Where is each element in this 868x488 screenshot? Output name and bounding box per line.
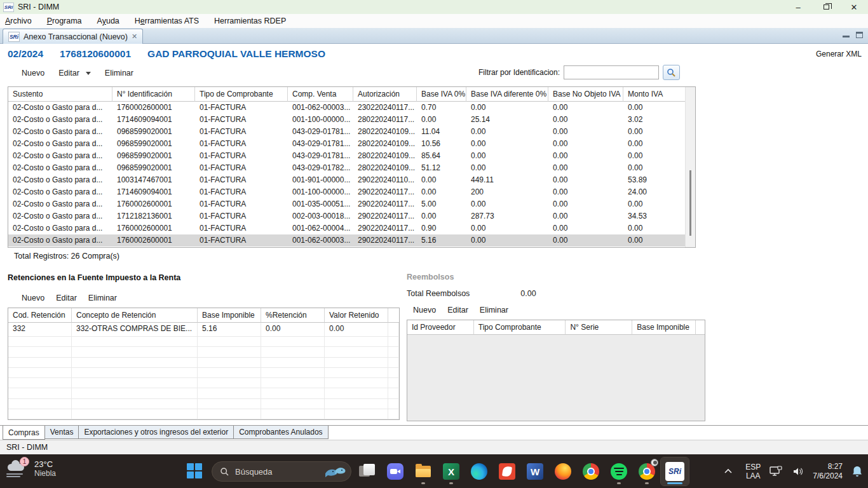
- tab-close-icon[interactable]: ✕: [132, 32, 137, 41]
- restore-icon[interactable]: [812, 0, 840, 14]
- empty-table-row[interactable]: [8, 409, 399, 419]
- zoom-app-icon[interactable]: [381, 458, 409, 485]
- empty-table-row[interactable]: [8, 368, 399, 378]
- column-header[interactable]: Base Imponible: [198, 308, 261, 323]
- taskbar-search[interactable]: Búsqueda: [212, 461, 351, 482]
- view-minimize-icon[interactable]: [843, 32, 850, 37]
- word-icon[interactable]: W: [521, 458, 549, 485]
- empty-table-cell: [8, 337, 72, 347]
- reembolsos-nuevo-button[interactable]: Nuevo: [413, 306, 436, 315]
- menu-item-programa[interactable]: Programa: [47, 17, 82, 25]
- start-button[interactable]: [187, 463, 203, 478]
- table-row[interactable]: 02-Costo o Gasto para d...17600026000010…: [8, 222, 686, 234]
- scrollbar-thumb[interactable]: [689, 170, 691, 236]
- empty-table-cell: [8, 378, 72, 388]
- retenciones-nuevo-button[interactable]: Nuevo: [22, 294, 44, 302]
- reembolsos-editar-button[interactable]: Editar: [447, 306, 468, 315]
- table-row[interactable]: 332332-OTRAS COMPRAS DE BIE...5.160.000.…: [8, 323, 399, 337]
- close-icon[interactable]: ✕: [840, 0, 868, 14]
- column-header[interactable]: N° Serie: [566, 320, 632, 335]
- empty-table-row[interactable]: [8, 337, 399, 347]
- table-cell: 24.00: [623, 186, 686, 198]
- chrome-icon[interactable]: [577, 458, 605, 485]
- column-header[interactable]: N° Identificación: [112, 87, 195, 102]
- table-row[interactable]: 02-Costo o Gasto para d...17600026000010…: [8, 102, 686, 114]
- empty-table-row[interactable]: [8, 399, 399, 409]
- retenciones-editar-button[interactable]: Editar: [56, 294, 77, 302]
- language-indicator[interactable]: ESP LAA: [745, 463, 761, 480]
- column-header[interactable]: Base IVA 0%: [417, 87, 466, 102]
- column-header[interactable]: Tipo de Comprobante: [195, 87, 288, 102]
- menu-item-archivo[interactable]: Archivo: [5, 17, 32, 25]
- firefox-icon[interactable]: [549, 458, 577, 485]
- spotify-icon[interactable]: [605, 458, 633, 485]
- column-header[interactable]: Monto IVA: [623, 87, 686, 102]
- empty-table-row[interactable]: [8, 388, 399, 398]
- column-header[interactable]: Base IVA diferente 0%: [466, 87, 548, 102]
- table-cell-filler: [388, 323, 399, 337]
- generar-xml-button[interactable]: Generar XML: [816, 50, 868, 58]
- table-row[interactable]: 02-Costo o Gasto para d...10031474670010…: [8, 174, 686, 186]
- bottom-tab-exportaciones[interactable]: Exportaciones y otros ingresos del exter…: [78, 426, 234, 439]
- menu-item-herramientas-rdep[interactable]: Herramientas RDEP: [214, 17, 286, 25]
- bottom-tab-comprobantes[interactable]: Comprobantes Anulados: [233, 426, 328, 439]
- table-row[interactable]: 02-Costo o Gasto para d...17600026000010…: [8, 234, 686, 247]
- vertical-scrollbar[interactable]: [685, 87, 695, 247]
- table-row[interactable]: 02-Costo o Gasto para d...09685990200010…: [8, 162, 686, 174]
- tray-chevron-up-icon[interactable]: [724, 468, 736, 474]
- column-header[interactable]: %Retención: [261, 308, 325, 323]
- column-header[interactable]: Sustento: [8, 87, 112, 102]
- filter-input[interactable]: [564, 65, 659, 79]
- table-row[interactable]: 02-Costo o Gasto para d...09685990200010…: [8, 126, 686, 138]
- table-row[interactable]: 02-Costo o Gasto para d...09685990200010…: [8, 138, 686, 150]
- empty-table-row[interactable]: [8, 347, 399, 357]
- column-header[interactable]: Cod. Retención: [8, 308, 72, 323]
- column-header[interactable]: Comp. Venta: [288, 87, 353, 102]
- view-maximize-icon[interactable]: [856, 32, 863, 38]
- table-row[interactable]: 02-Costo o Gasto para d...09685990200010…: [8, 150, 686, 162]
- reembolsos-eliminar-button[interactable]: Eliminar: [480, 306, 508, 315]
- table-cell: 02-Costo o Gasto para d...: [8, 198, 112, 210]
- chrome-profile-icon[interactable]: [633, 458, 661, 485]
- excel-icon[interactable]: X: [437, 458, 465, 485]
- column-header[interactable]: Autorización: [353, 87, 417, 102]
- task-view-icon[interactable]: [353, 458, 381, 485]
- empty-table-row[interactable]: [8, 378, 399, 388]
- table-cell: 043-029-01781...: [288, 126, 353, 138]
- table-row[interactable]: 02-Costo o Gasto para d...17146090940010…: [8, 186, 686, 198]
- bottom-tab-compras[interactable]: Compras: [3, 426, 45, 440]
- column-header[interactable]: Tipo Comprobante: [474, 320, 566, 335]
- sri-dimm-taskbar-icon[interactable]: SRi: [661, 458, 689, 485]
- table-row[interactable]: 02-Costo o Gasto para d...17600026000010…: [8, 198, 686, 210]
- nuevo-button[interactable]: Nuevo: [22, 69, 44, 78]
- column-header[interactable]: Base Imponible: [632, 320, 696, 335]
- editar-button[interactable]: Editar: [58, 69, 79, 78]
- pdf-editor-icon[interactable]: [493, 458, 521, 485]
- weather-widget[interactable]: 1 23°C Niebla: [6, 459, 56, 478]
- search-button[interactable]: [663, 65, 680, 80]
- clock[interactable]: 8:27 7/6/2024: [813, 462, 843, 481]
- menubar: ArchivoProgramaAyudaHerramientas ATSHerr…: [0, 14, 868, 28]
- volume-icon[interactable]: [792, 466, 804, 477]
- table-row[interactable]: 02-Costo o Gasto para d...17121821360010…: [8, 210, 686, 222]
- menu-item-ayuda[interactable]: Ayuda: [97, 17, 119, 25]
- column-header[interactable]: Concepto de Retención: [72, 308, 198, 323]
- edge-icon[interactable]: [465, 458, 493, 485]
- tab-anexo-transaccional[interactable]: SRi Anexo Transaccional (Nuevo) ✕: [3, 29, 143, 44]
- retenciones-eliminar-button[interactable]: Eliminar: [88, 294, 117, 302]
- empty-table-row[interactable]: [8, 358, 399, 368]
- column-header[interactable]: Base No Objeto IVA: [548, 87, 623, 102]
- display-network-icon[interactable]: [770, 466, 783, 477]
- file-explorer-icon[interactable]: [409, 458, 437, 485]
- table-row[interactable]: 02-Costo o Gasto para d...17146090940010…: [8, 114, 686, 126]
- editar-dropdown-icon[interactable]: [86, 72, 91, 75]
- column-header[interactable]: Valor Retenido: [325, 308, 388, 323]
- empty-table-cell: [8, 388, 72, 398]
- menu-item-herramientas-ats[interactable]: Herramientas ATS: [135, 17, 199, 25]
- eliminar-button[interactable]: Eliminar: [105, 69, 133, 78]
- column-header[interactable]: Id Proveedor: [407, 320, 474, 335]
- minimize-icon[interactable]: –: [784, 0, 812, 14]
- notification-bell-icon[interactable]: [851, 465, 863, 478]
- bottom-tab-ventas[interactable]: Ventas: [44, 426, 79, 439]
- table-cell: 0.00: [548, 234, 623, 247]
